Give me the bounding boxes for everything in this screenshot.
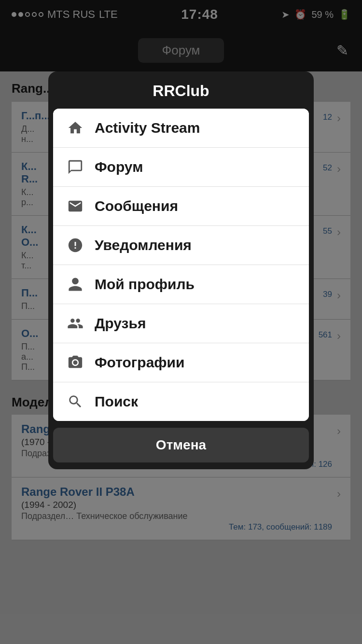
nav-modal: RRClub Activity Stream Форум — [48, 71, 314, 469]
photos-icon — [65, 352, 86, 373]
modal-item-search[interactable]: Поиск — [53, 382, 309, 421]
search-label: Поиск — [95, 393, 138, 410]
friends-icon — [65, 313, 86, 334]
modal-item-friends[interactable]: Друзья — [53, 304, 309, 343]
modal-menu: Activity Stream Форум Сообщения — [53, 109, 309, 421]
search-icon — [65, 391, 86, 412]
notifications-label: Уведомления — [95, 237, 192, 253]
modal-item-photos[interactable]: Фотографии — [53, 343, 309, 382]
messages-label: Сообщения — [95, 198, 178, 214]
modal-item-notifications[interactable]: Уведомления — [53, 226, 309, 265]
photos-label: Фотографии — [95, 354, 184, 371]
home-icon — [65, 117, 86, 139]
modal-title: RRClub — [48, 71, 314, 109]
forum-label: Форум — [95, 159, 143, 175]
notifications-icon — [65, 235, 86, 256]
friends-label: Друзья — [95, 315, 146, 332]
cancel-button[interactable]: Отмена — [53, 428, 309, 462]
profile-icon — [65, 274, 86, 295]
modal-item-profile[interactable]: Мой профиль — [53, 265, 309, 304]
forum-icon — [65, 156, 86, 178]
modal-item-messages[interactable]: Сообщения — [53, 187, 309, 226]
modal-item-activity[interactable]: Activity Stream — [53, 109, 309, 148]
activity-stream-label: Activity Stream — [95, 120, 200, 136]
profile-label: Мой профиль — [95, 276, 195, 293]
messages-icon — [65, 196, 86, 217]
modal-item-forum[interactable]: Форум — [53, 148, 309, 187]
